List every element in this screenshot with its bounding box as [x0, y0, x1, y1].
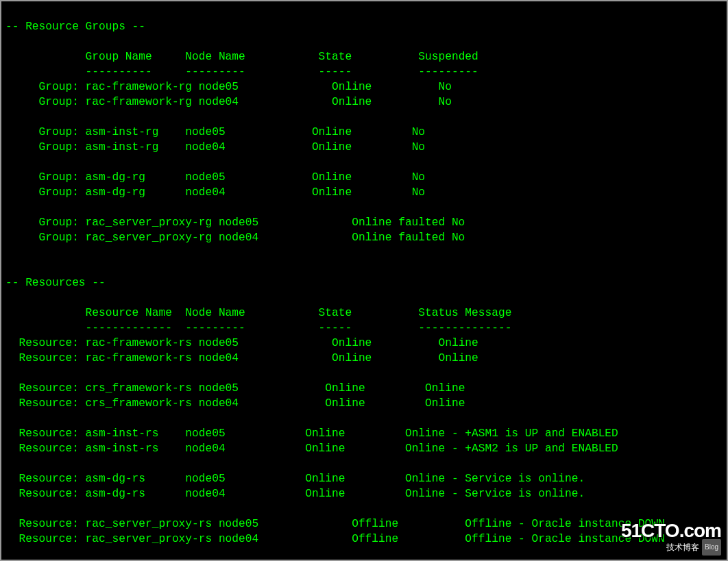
row-prefix: Group: — [39, 141, 79, 153]
status-message: Online — [425, 382, 465, 395]
resource-name: crs_framework-rs — [86, 382, 192, 395]
group-name: rac-framework-rg — [86, 81, 192, 93]
node-name: node04 — [185, 141, 225, 153]
suspended: No — [452, 216, 465, 229]
node-name: node04 — [199, 397, 239, 410]
resource-name: rac_server_proxy-rs — [86, 533, 213, 545]
resource-name: rac-framework-rs — [86, 352, 192, 364]
col-state: State — [319, 51, 352, 63]
underline: --------- — [418, 66, 478, 78]
row-prefix: Resource: — [19, 442, 78, 455]
suspended: No — [452, 232, 465, 244]
group-name: asm-inst-rg — [86, 126, 159, 138]
state: Online — [305, 488, 345, 500]
status-message: Online - Service is online. — [405, 488, 585, 500]
group-name: rac_server_proxy-rg — [86, 216, 213, 229]
node-name: node05 — [219, 216, 258, 229]
row-prefix: Resource: — [19, 352, 78, 364]
resource-name: crs_framework-rs — [86, 397, 192, 410]
node-name: node05 — [199, 382, 239, 395]
state: Online — [305, 442, 345, 455]
node-name: node05 — [219, 518, 258, 530]
status-message: Online — [425, 397, 465, 410]
state: Online faulted — [352, 216, 445, 229]
row-prefix: Resource: — [19, 337, 78, 349]
suspended: No — [439, 96, 452, 108]
col-resource-name: Resource Name — [86, 307, 172, 319]
row-prefix: Resource: — [19, 533, 78, 545]
row-prefix: Group: — [39, 171, 79, 184]
col-status-message: Status Message — [418, 307, 511, 319]
node-name: node04 — [219, 533, 258, 545]
state: Online — [305, 427, 345, 440]
section-header-groups: -- Resource Groups -- — [5, 21, 145, 33]
state: Online — [332, 81, 372, 93]
row-prefix: Group: — [39, 96, 79, 108]
resource-name: rac-framework-rs — [86, 337, 192, 349]
underline: --------- — [185, 66, 245, 78]
state: Online — [312, 141, 352, 153]
state: Offline — [352, 533, 398, 545]
underline: ----- — [319, 66, 352, 78]
group-name: rac-framework-rg — [86, 96, 192, 108]
state: Online — [312, 186, 352, 199]
resource-name: rac_server_proxy-rs — [86, 518, 213, 530]
group-name: asm-dg-rg — [86, 186, 145, 199]
underline: --------- — [185, 322, 245, 334]
section-header-resources: -- Resources -- — [5, 277, 106, 289]
status-message: Online - +ASM2 is UP and ENABLED — [405, 442, 618, 455]
resource-name: asm-inst-rs — [86, 442, 159, 455]
row-prefix: Resource: — [19, 488, 78, 500]
watermark-tag: Blog — [702, 539, 721, 556]
row-prefix: Group: — [39, 186, 79, 199]
row-prefix: Resource: — [19, 518, 78, 530]
state: Online — [305, 473, 345, 485]
watermark-sub: 技术博客 — [666, 543, 699, 552]
status-message: Offline - Oracle instance DOWN — [465, 533, 664, 545]
status-message: Offline - Oracle instance DOWN — [465, 518, 664, 530]
node-name: node04 — [199, 352, 239, 364]
row-prefix: Resource: — [19, 397, 78, 410]
underline: ----- — [319, 322, 352, 334]
underline: -------------- — [418, 322, 511, 334]
group-name: asm-dg-rg — [86, 171, 145, 184]
state: Online — [325, 397, 365, 410]
row-prefix: Resource: — [19, 473, 78, 485]
node-name: node04 — [199, 96, 239, 108]
state: Online — [332, 96, 372, 108]
suspended: No — [439, 81, 452, 93]
underline: ---------- — [86, 66, 152, 78]
node-name: node04 — [219, 232, 258, 244]
state: Offline — [352, 518, 398, 530]
state: Online — [312, 126, 352, 138]
resource-name: asm-dg-rs — [86, 473, 145, 485]
node-name: node05 — [185, 171, 225, 184]
group-name: rac_server_proxy-rg — [86, 232, 213, 244]
node-name: node04 — [185, 442, 225, 455]
suspended: No — [412, 171, 425, 184]
row-prefix: Resource: — [19, 427, 78, 440]
row-prefix: Group: — [39, 232, 79, 244]
node-name: node05 — [185, 427, 225, 440]
col-suspended: Suspended — [418, 51, 478, 63]
state: Online — [325, 382, 365, 395]
row-prefix: Group: — [39, 126, 79, 138]
col-node-name: Node Name — [185, 51, 245, 63]
node-name: node05 — [199, 81, 239, 93]
node-name: node04 — [185, 488, 225, 500]
state: Online — [332, 337, 372, 349]
node-name: node05 — [185, 473, 225, 485]
state: Online — [332, 352, 372, 364]
col-group-name: Group Name — [86, 51, 152, 63]
suspended: No — [412, 126, 425, 138]
row-prefix: Group: — [39, 216, 79, 229]
row-prefix: Group: — [39, 81, 79, 93]
col-node-name: Node Name — [185, 307, 245, 319]
resource-name: asm-inst-rs — [86, 427, 159, 440]
terminal-window[interactable]: -- Resource Groups -- Group Name Node Na… — [0, 0, 728, 561]
status-message: Online - +ASM1 is UP and ENABLED — [405, 427, 618, 440]
status-message: Online — [439, 337, 478, 349]
col-state: State — [319, 307, 352, 319]
state: Online faulted — [352, 232, 445, 244]
node-name: node04 — [185, 186, 225, 199]
